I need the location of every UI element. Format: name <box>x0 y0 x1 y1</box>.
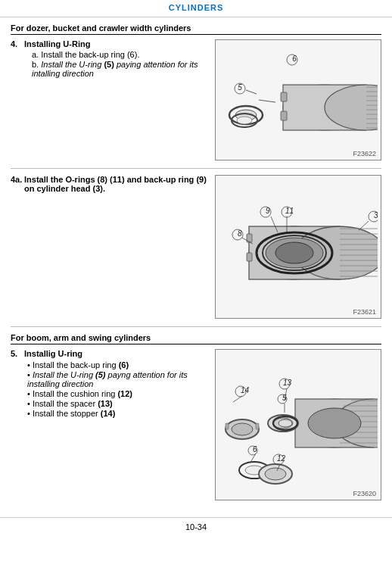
figure-2-label: F23621 <box>353 308 376 316</box>
figure-1-label: F23622 <box>353 150 376 157</box>
svg-line-23 <box>259 100 275 102</box>
figure-1-box: 6 5 F23622 <box>215 39 381 161</box>
step-5-num: 5. <box>11 349 24 358</box>
svg-point-68 <box>308 408 361 438</box>
svg-point-72 <box>278 419 292 427</box>
svg-text:5: 5 <box>238 83 242 92</box>
svg-point-39 <box>275 242 313 263</box>
page-number: 10-34 <box>185 522 207 531</box>
svg-line-24 <box>246 90 257 94</box>
step-4-num: 4. <box>11 39 24 48</box>
bullet-5: Install the stopper (14) <box>27 409 209 418</box>
step-4a: a. Install the back-up ring (6). <box>32 50 209 59</box>
svg-point-76 <box>265 468 286 480</box>
section-title-boom: For boom, arm and swing cylinders <box>11 333 381 344</box>
svg-text:12: 12 <box>277 454 286 463</box>
svg-line-91 <box>233 396 242 402</box>
step-4a-title: Install the O-rings (8) (11) and back-up… <box>24 175 207 193</box>
svg-rect-79 <box>226 423 229 429</box>
figure-2-box: 3 9 11 8 <box>215 175 381 319</box>
bullet-1: Install the back-up ring (6) <box>27 360 209 369</box>
section-title-dozer: For dozer, bucket and crawler width cyli… <box>11 23 381 35</box>
divider-1 <box>11 168 381 169</box>
divider-2 <box>11 326 381 327</box>
cylinder-boom-image: 5 13 14 6 12 <box>219 355 378 495</box>
svg-rect-14 <box>281 111 287 120</box>
page-title: CYLINDERS <box>169 3 224 12</box>
step-4a-text: 4a. Install the O-rings (8) (11) and bac… <box>11 175 209 196</box>
cylinder-orings-image: 3 9 11 8 <box>219 181 378 313</box>
orings-section: 4a. Install the O-rings (8) (11) and bac… <box>11 175 381 319</box>
boom-section: For boom, arm and swing cylinders 5. Ins… <box>11 333 381 500</box>
step-4b: b. Install the U-ring (5) paying attenti… <box>32 60 209 78</box>
step-4-title: Installing U-Ring <box>24 39 90 48</box>
bullet-2: Install the U-ring (5) payng attention f… <box>27 370 209 388</box>
step-4-text: 4. Installing U-Ring a. Install the back… <box>11 39 209 82</box>
step-4a-num: 4a. <box>11 175 24 184</box>
svg-point-78 <box>232 423 253 435</box>
figure-3-box: 5 13 14 6 12 <box>215 349 381 500</box>
svg-text:13: 13 <box>283 379 292 387</box>
svg-point-18 <box>237 117 252 124</box>
bullet-4: Install the spacer (13) <box>27 399 209 408</box>
svg-rect-80 <box>256 423 259 429</box>
svg-text:14: 14 <box>241 386 250 394</box>
bullet-3: Install the cushion ring (12) <box>27 389 209 398</box>
svg-rect-13 <box>281 92 287 101</box>
step-5-title: Installig U-ring <box>24 349 82 358</box>
step-5-bullets: Install the back-up ring (6) Install the… <box>27 360 209 418</box>
page-header: CYLINDERS <box>0 0 392 17</box>
cylinder-urings-image: 6 5 <box>219 43 378 157</box>
page-footer: 10-34 <box>0 517 392 536</box>
figure-3-label: F23620 <box>353 490 376 497</box>
step-5-text: 5. Installig U-ring Install the back-up … <box>11 349 209 422</box>
svg-rect-43 <box>247 253 252 261</box>
dozer-section: For dozer, bucket and crawler width cyli… <box>11 23 381 161</box>
svg-text:11: 11 <box>285 207 294 215</box>
svg-text:6: 6 <box>292 55 297 63</box>
